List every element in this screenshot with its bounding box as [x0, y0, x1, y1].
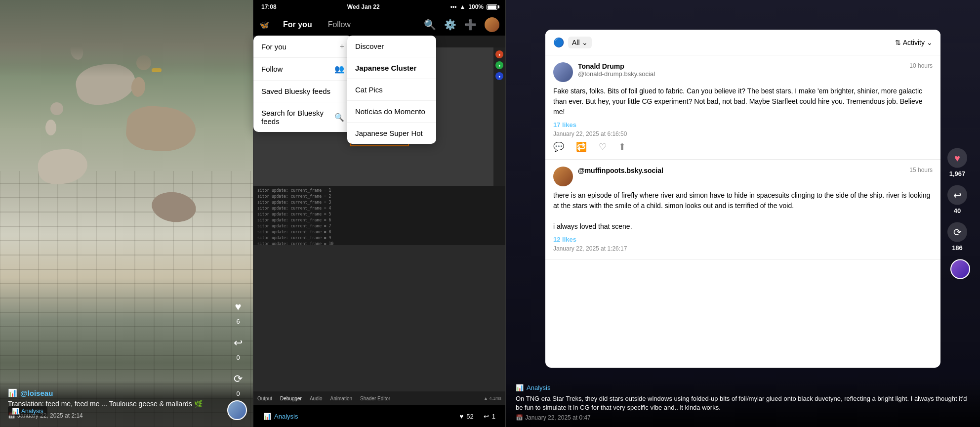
- tab-shader-editor[interactable]: Shader Editor: [360, 396, 390, 401]
- console-line-4: sitor update: current_frame = 4: [257, 206, 501, 212]
- post-1-date: January 22, 2025 at 6:16:50: [553, 130, 933, 137]
- post-actions: ♥ 6 ↩ 0 ⟳ 0: [229, 298, 247, 397]
- color-blue[interactable]: ●: [495, 72, 503, 80]
- panel3-repost-count: 186: [952, 244, 963, 252]
- goose-neck-3: [45, 120, 56, 135]
- sub-item-japanese-super-hot[interactable]: Japanese Super Hot: [347, 123, 436, 144]
- panel3-comment[interactable]: ↩ 40: [947, 185, 967, 214]
- heart-icon-post1[interactable]: ♡: [599, 141, 607, 152]
- panel3-repost[interactable]: ⟳ 186: [947, 222, 967, 252]
- post-username[interactable]: 📊 @loiseau: [8, 388, 223, 397]
- comment-button[interactable]: ↩ 0: [229, 334, 247, 361]
- tab-audio[interactable]: Audio: [310, 396, 323, 401]
- heart-icon-panel3: ♥: [947, 148, 967, 168]
- console-line-5: sitor update: current_frame = 5: [257, 212, 501, 217]
- right-panel: ● ● ●: [493, 47, 505, 186]
- tab-output[interactable]: Output: [257, 396, 272, 401]
- comment-icon-post1[interactable]: 💬: [553, 141, 564, 152]
- console-line-8: sitor update: current_frame = 8: [257, 229, 501, 235]
- sub-dropdown-menu: Discover Japanese Cluster Cat Pics Notíc…: [347, 36, 436, 144]
- search-icon[interactable]: 🔍: [424, 19, 436, 31]
- bluesky-logo: 🦋: [259, 20, 269, 30]
- color-red[interactable]: ●: [495, 50, 503, 58]
- filter-button[interactable]: All ⌄: [568, 37, 592, 48]
- sub-item-japanese-cluster[interactable]: Japanese Cluster: [347, 57, 436, 79]
- editor-bottom-tabs: Output Debugger Audio Animation Shader E…: [253, 391, 505, 405]
- user-avatar[interactable]: [485, 17, 499, 32]
- panel2-comment[interactable]: ↩ 1: [484, 413, 495, 420]
- sub-item-discover[interactable]: Discover: [347, 36, 436, 57]
- post-2-name: @muffinpoots.bsky.social: [578, 167, 904, 174]
- post-2-content: there is an episode of firefly where riv…: [553, 190, 933, 232]
- heart-icon: ♥: [229, 298, 247, 316]
- tab-follow[interactable]: Follow: [320, 14, 359, 36]
- panel3-right-actions: ♥ 1,967 ↩ 40 ⟳ 186: [944, 148, 970, 279]
- post-avatar[interactable]: [227, 400, 247, 420]
- dropdown-item-foryou[interactable]: For you +: [253, 36, 352, 58]
- repost-icon-post1[interactable]: 🔁: [576, 141, 587, 152]
- dropdown-item-saved[interactable]: Saved Bluesky feeds: [253, 81, 352, 102]
- repost-button[interactable]: ⟳ 0: [229, 370, 247, 397]
- post-1-header: Tonald Drump @tonald-drump.bsky.social 1…: [553, 62, 933, 82]
- video-overlay-bottom: 📊 @loiseau Translation: feed me, feed me…: [0, 381, 253, 427]
- trees-top: [0, 0, 253, 77]
- panel3-like[interactable]: ♥ 1,967: [947, 148, 967, 177]
- chart-icon-p2: 📊: [263, 413, 271, 420]
- heart-icon-p2: ♥: [460, 413, 464, 420]
- battery-percent: 100%: [468, 3, 484, 10]
- post-1-avatar[interactable]: [553, 62, 573, 82]
- battery-icon: [487, 4, 497, 10]
- nav-icons: 🔍 ⚙️ ➕: [424, 17, 499, 32]
- wifi-icon: ▲: [459, 3, 465, 10]
- panel3-analytics[interactable]: 📊 Analysis: [516, 384, 970, 391]
- console-line-1: sitor update: current_frame = 1: [257, 188, 501, 194]
- panel3-timestamp: 📅 January 22, 2025 at 0:47: [516, 414, 970, 421]
- panel3-like-count: 1,967: [949, 170, 966, 177]
- video-background: [0, 0, 253, 427]
- post-2-time: 15 hours: [909, 167, 933, 173]
- panel2-bottom-bar: 📊 Analysis ♥ 52 ↩ 1: [253, 405, 505, 427]
- color-green[interactable]: ●: [495, 61, 503, 69]
- dropdown-item-search[interactable]: Search for Bluesky feeds 🔍: [253, 102, 352, 132]
- console-line-3: sitor update: current_frame = 3: [257, 200, 501, 206]
- status-date: Wed Jan 22: [347, 3, 380, 10]
- panel3-avatar[interactable]: [950, 259, 970, 279]
- chart-icon-p3: 📊: [516, 384, 524, 391]
- share-icon-post1[interactable]: ⬆: [618, 141, 626, 152]
- tab-debugger[interactable]: Debugger: [280, 396, 302, 401]
- console-line-7: sitor update: current_frame = 7: [257, 223, 501, 229]
- chevron-down-icon: ⌄: [582, 39, 588, 46]
- status-bar: 17:08 Wed Jan 22 ••• ▲ 100%: [253, 0, 505, 14]
- tab-animation[interactable]: Animation: [330, 396, 352, 401]
- status-right: ••• ▲ 100%: [450, 3, 497, 10]
- feed-card: 🔵 All ⌄ ⇅ Activity ⌄ Tonald Drump @tonal…: [545, 30, 940, 368]
- dropdown-item-follow[interactable]: Follow 👥: [253, 58, 352, 81]
- analytics-badge[interactable]: 📊 Analysis: [8, 406, 47, 416]
- console-line-9: sitor update: current_frame = 9: [257, 235, 501, 241]
- plus-icon[interactable]: ➕: [464, 19, 477, 31]
- console-line-2: sitor update: current_frame = 2: [257, 194, 501, 200]
- panel3-comment-count: 40: [954, 207, 961, 214]
- sub-item-cat-pics[interactable]: Cat Pics: [347, 79, 436, 101]
- like-button[interactable]: ♥ 6: [229, 298, 247, 325]
- tab-for-you[interactable]: For you: [275, 14, 320, 36]
- sort-button[interactable]: ⇅ Activity ⌄: [895, 39, 933, 46]
- panel-geese-video: 📊 @loiseau Translation: feed me, feed me…: [0, 0, 253, 427]
- panel2-like[interactable]: ♥ 52: [460, 413, 474, 420]
- repost-icon: ⟳: [229, 370, 247, 388]
- sub-item-noticias[interactable]: Notícias do Momento: [347, 101, 436, 123]
- post-2-avatar[interactable]: [553, 167, 573, 186]
- comment-icon: ↩: [229, 334, 247, 352]
- comment-icon-p2: ↩: [484, 413, 489, 420]
- editor-time: ▲ 4.1ms: [484, 396, 501, 401]
- panel2-analytics[interactable]: 📊 Analysis: [263, 413, 298, 420]
- comment-count: 0: [236, 354, 240, 361]
- goose-head-3: [50, 102, 63, 115]
- feed-post-2: @muffinpoots.bsky.social 15 hours there …: [545, 160, 940, 259]
- settings-icon[interactable]: ⚙️: [444, 19, 456, 31]
- chevron-down-icon-sort: ⌄: [927, 39, 933, 46]
- post-2-likes[interactable]: 12 likes: [553, 236, 933, 243]
- console-line-10: sitor update: current_frame = 10: [257, 241, 501, 245]
- post-1-content: Fake stars, folks. Bits of foil glued to…: [553, 86, 933, 117]
- post-1-likes[interactable]: 17 likes: [553, 121, 933, 128]
